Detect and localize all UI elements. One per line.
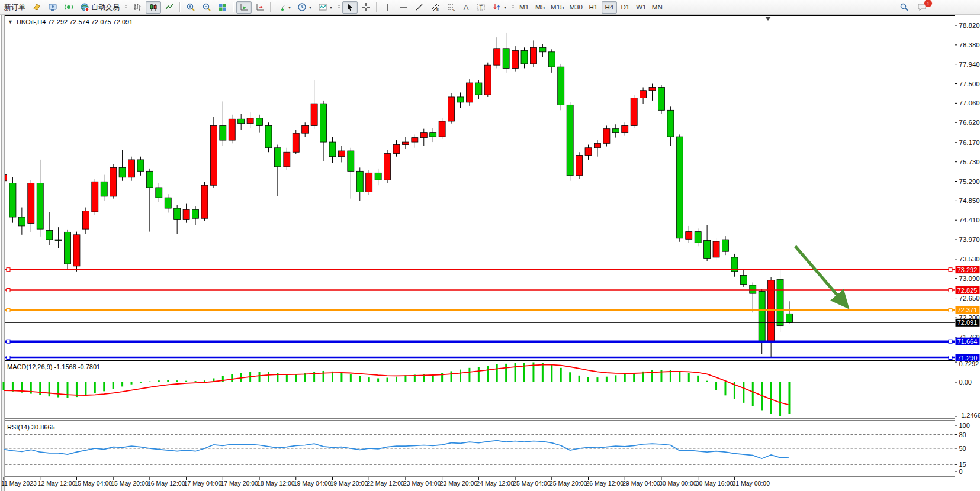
template-chart-icon (318, 2, 327, 12)
periods-button[interactable]: ▾ (294, 1, 314, 14)
candle (28, 183, 34, 224)
cursor-icon (345, 2, 355, 12)
candle (247, 118, 253, 124)
auto-scroll-button[interactable] (236, 1, 252, 14)
notification-badge: 1 (924, 0, 933, 8)
timeframe-mn-button[interactable]: MN (650, 1, 665, 14)
label-tool-button[interactable]: T (473, 1, 489, 14)
trendline-tool-button[interactable] (412, 1, 427, 14)
search-button[interactable] (897, 1, 912, 13)
candle (631, 98, 637, 125)
vertical-line-tool-button[interactable] (380, 1, 395, 14)
horizontal-line-72.371[interactable]: 72.371 (5, 306, 980, 314)
bar-chart-button[interactable] (130, 1, 145, 14)
data-window-button[interactable] (45, 1, 60, 14)
line-handle (7, 308, 10, 312)
macd-axis[interactable]: 0.72920.00-1.2466 (955, 360, 980, 419)
macd-histogram (4, 363, 789, 416)
timeframe-h4-button[interactable]: H4 (602, 1, 617, 14)
vertical-line-icon (383, 2, 392, 12)
chat-button[interactable]: 1 (914, 1, 930, 13)
cursor-tool-button[interactable] (342, 1, 358, 14)
candlestick-chart-button[interactable] (146, 1, 161, 14)
candle (174, 208, 181, 219)
price-tick-label: 77.940 (959, 61, 980, 68)
trend-arrow-annotation[interactable] (795, 246, 846, 305)
time-axis[interactable]: 11 May 202312 May 12:0015 May 04:0015 Ma… (1, 477, 770, 487)
search-icon (899, 2, 909, 12)
candle (9, 183, 16, 217)
fibonacci-icon: F (446, 2, 456, 12)
time-tick-label: 24 May 12:00 (476, 480, 514, 487)
chart-shift-button[interactable] (252, 1, 268, 14)
templates-button[interactable]: ▾ (315, 1, 335, 14)
horizontal-line-71.664[interactable]: 71.664 (5, 338, 980, 345)
candlestick-icon (149, 2, 158, 12)
timeframe-d1-button[interactable]: D1 (618, 1, 633, 14)
time-tick-label: 29 May 04:00 (622, 480, 660, 487)
price-tick-label: 76.620 (959, 119, 980, 126)
indicators-button[interactable]: ▾ (274, 1, 294, 14)
auto-trading-label: 自动交易 (91, 2, 120, 12)
timeframe-m30-button[interactable]: M30 (567, 1, 584, 14)
timeframe-w1-button[interactable]: W1 (634, 1, 649, 14)
horizontal-line-72.091[interactable]: 72.091 (5, 319, 980, 327)
toolbar-grip (512, 2, 514, 12)
time-tick-label: 11 May 2023 (1, 480, 37, 487)
candle (320, 104, 327, 142)
time-tick-label: 30 May 00:00 (659, 480, 697, 487)
new-order-button[interactable]: 新订单 (1, 1, 28, 14)
time-tick-label: 17 May 04:00 (184, 480, 222, 487)
rsi-axis[interactable]: 1008050150 (955, 422, 970, 475)
market-watch-button[interactable] (29, 1, 44, 14)
tile-windows-button[interactable] (215, 1, 230, 14)
time-tick-label: 16 May 12:00 (147, 480, 185, 487)
candle (494, 49, 500, 65)
price-badge-label: 72.825 (957, 287, 978, 294)
timeframe-h1-button[interactable]: H1 (586, 1, 601, 14)
candle (649, 88, 656, 91)
auto-trading-button[interactable]: 自动交易 (77, 1, 123, 14)
horizontal-line-tool-button[interactable] (396, 1, 411, 14)
time-tick-label: 31 May 08:00 (732, 480, 770, 487)
timeframe-m15-button[interactable]: M15 (548, 1, 566, 14)
chart-shift-marker[interactable] (765, 17, 771, 21)
main-toolbar: 新订单 自动交易 (0, 0, 980, 15)
toolbar-grip (338, 2, 340, 12)
candle (165, 198, 171, 208)
candle (110, 167, 117, 196)
candle (740, 276, 747, 285)
candle (722, 240, 728, 251)
chart-shift-icon (255, 2, 265, 12)
line-chart-button[interactable] (162, 1, 177, 14)
chart-canvas[interactable]: 78.82078.38077.94077.50077.06076.62076.1… (0, 15, 980, 491)
candle (192, 209, 199, 218)
channel-tool-button[interactable]: E (428, 1, 443, 14)
candle (366, 173, 372, 192)
candle (576, 155, 583, 175)
timeframe-m5-button[interactable]: M5 (532, 1, 548, 14)
zoom-out-button[interactable] (199, 1, 214, 14)
candle (375, 173, 381, 180)
price-tick-label: 73.530 (959, 256, 980, 263)
text-tool-button[interactable]: A (460, 1, 473, 14)
svg-text:T: T (480, 4, 483, 10)
candle (530, 47, 536, 64)
signals-button[interactable] (61, 1, 76, 14)
candle (101, 182, 107, 196)
bar-chart-icon (133, 2, 142, 12)
horizontal-line-73.292[interactable]: 73.292 (5, 266, 980, 273)
crosshair-tool-button[interactable] (358, 1, 374, 14)
time-tick-label: 30 May 16:00 (696, 480, 734, 487)
fibonacci-tool-button[interactable]: F (444, 1, 459, 14)
toolbar-separator (270, 2, 271, 12)
candle (594, 143, 600, 147)
candle (384, 153, 391, 180)
zoom-in-button[interactable] (183, 1, 198, 14)
symbol-dropdown-icon[interactable]: ▼ (8, 19, 13, 25)
candle (274, 148, 281, 167)
candle (137, 160, 144, 171)
time-tick-label: 25 May 04:00 (513, 480, 551, 487)
timeframe-m1-button[interactable]: M1 (516, 1, 532, 14)
arrows-tool-button[interactable]: ▾ (489, 1, 509, 14)
